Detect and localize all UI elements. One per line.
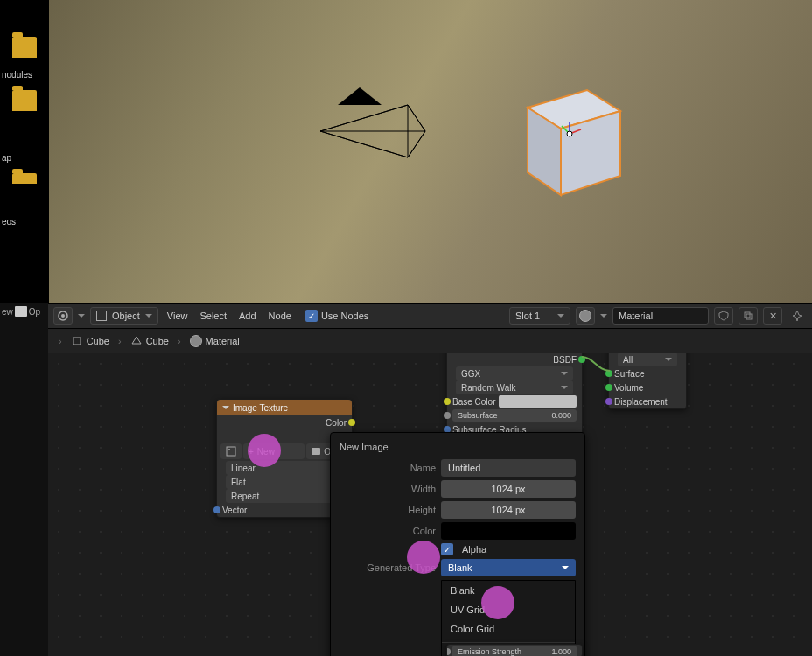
image-browse-icon[interactable] bbox=[220, 443, 242, 459]
menu-add[interactable]: Add bbox=[235, 311, 260, 321]
shield-icon[interactable] bbox=[714, 307, 733, 325]
folder-icon bbox=[15, 306, 27, 317]
distribution-select[interactable]: GGX bbox=[447, 366, 582, 380]
socket-icon[interactable] bbox=[444, 412, 451, 419]
annotation-circle bbox=[407, 541, 440, 574]
socket-icon[interactable] bbox=[578, 356, 585, 363]
select-value: GGX bbox=[461, 369, 480, 379]
pin-icon[interactable] bbox=[788, 307, 807, 325]
origin-gizmo[interactable] bbox=[556, 121, 583, 147]
color-input[interactable] bbox=[441, 522, 576, 540]
node-editor[interactable]: Image Texture Color + New Op... Linear F… bbox=[48, 353, 812, 656]
socket-icon[interactable] bbox=[348, 419, 355, 426]
generated-type-select[interactable]: Blank bbox=[441, 559, 576, 576]
socket-label: Base Color bbox=[452, 397, 495, 407]
field-label: Emission Strength bbox=[458, 647, 522, 656]
sss-method-select[interactable]: Random Walk bbox=[447, 380, 582, 394]
object-icon bbox=[71, 335, 83, 347]
socket-icon[interactable] bbox=[606, 398, 612, 405]
svg-line-2 bbox=[320, 105, 408, 131]
chevron-right-icon: › bbox=[55, 336, 66, 346]
svg-point-25 bbox=[228, 449, 230, 450]
folder-icon[interactable] bbox=[12, 90, 37, 111]
close-icon[interactable]: ✕ bbox=[763, 307, 782, 325]
width-input[interactable]: 1024 px bbox=[441, 480, 576, 498]
select-value: Linear bbox=[231, 464, 256, 473]
height-label: Height bbox=[340, 505, 436, 515]
camera-object[interactable] bbox=[320, 79, 434, 184]
socket-label: Volume bbox=[614, 383, 643, 393]
input-value: 1024 px bbox=[491, 505, 525, 515]
slot-dropdown[interactable]: Slot 1 bbox=[509, 307, 570, 325]
header-label: ew bbox=[2, 307, 13, 317]
name-input[interactable]: Untitled bbox=[441, 459, 576, 477]
menu-select[interactable]: Select bbox=[196, 311, 230, 321]
mode-label: Object bbox=[112, 311, 140, 321]
editor-type-icon[interactable] bbox=[53, 307, 73, 325]
width-label: Width bbox=[340, 484, 436, 494]
socket-icon[interactable] bbox=[446, 648, 451, 655]
use-nodes-checkbox[interactable]: ✓ bbox=[305, 310, 318, 322]
menu-view[interactable]: View bbox=[164, 311, 192, 321]
crumb-object[interactable]: Cube bbox=[71, 335, 109, 347]
material-browse-icon[interactable] bbox=[576, 307, 595, 325]
3d-viewport[interactable] bbox=[48, 0, 812, 303]
svg-rect-17 bbox=[745, 312, 750, 318]
socket-icon[interactable] bbox=[606, 384, 612, 391]
collapse-icon[interactable] bbox=[222, 406, 229, 409]
input-base-color: Base Color bbox=[447, 394, 582, 408]
svg-line-5 bbox=[408, 105, 425, 131]
output-color: Color bbox=[217, 415, 352, 429]
select-value: Repeat bbox=[231, 492, 259, 501]
socket-icon[interactable] bbox=[214, 506, 220, 513]
crumb-material[interactable]: Material bbox=[190, 335, 240, 347]
chevron-down-icon bbox=[665, 358, 672, 361]
material-name-field[interactable]: Material bbox=[612, 307, 709, 325]
folder-icon bbox=[312, 448, 320, 455]
svg-line-6 bbox=[408, 131, 425, 157]
node-principled-bsdf[interactable]: Principled BSDF BSDF GGX Random Walk Bas… bbox=[446, 353, 583, 437]
socket-label: Surface bbox=[614, 369, 644, 379]
chevron-down-icon bbox=[78, 314, 85, 318]
node-material-output[interactable]: Material Output All Surface Volume Displ… bbox=[608, 353, 687, 409]
socket-icon[interactable] bbox=[606, 370, 612, 377]
copy-icon[interactable] bbox=[738, 307, 758, 325]
svg-line-4 bbox=[320, 131, 408, 157]
socket-icon[interactable] bbox=[444, 398, 451, 405]
svg-rect-19 bbox=[74, 338, 80, 345]
folder-label: eos bbox=[2, 217, 48, 227]
socket-label: Displacement bbox=[614, 397, 668, 407]
chevron-right-icon: › bbox=[115, 336, 125, 346]
field-label: Subsurface bbox=[458, 411, 498, 420]
chevron-down-icon bbox=[561, 386, 568, 389]
interaction-mode-dropdown[interactable]: Object bbox=[90, 307, 158, 325]
svg-rect-18 bbox=[746, 314, 752, 319]
crumb-label: Cube bbox=[146, 336, 169, 346]
folder-icon[interactable] bbox=[12, 37, 37, 58]
name-label: Name bbox=[340, 463, 436, 473]
value-field[interactable]: Emission Strength 1.000 bbox=[452, 646, 577, 656]
height-input[interactable]: 1024 px bbox=[441, 501, 576, 519]
chevron-down-icon bbox=[562, 566, 569, 569]
value-field[interactable]: Subsurface 0.000 bbox=[452, 409, 577, 422]
alpha-checkbox[interactable]: ✓ bbox=[441, 543, 453, 555]
select-value: Flat bbox=[231, 478, 246, 487]
header-label: Op bbox=[29, 307, 40, 317]
node-title: Image Texture bbox=[233, 403, 288, 413]
svg-point-14 bbox=[567, 131, 572, 136]
menu-item-color-grid[interactable]: Color Grid bbox=[442, 619, 575, 639]
input-emission-strength: Emission Strength 1.000 bbox=[447, 645, 582, 656]
color-swatch[interactable] bbox=[499, 395, 577, 408]
folder-icon[interactable] bbox=[12, 173, 37, 184]
node-principled-bsdf-tail[interactable]: Emission Strength 1.000 bbox=[446, 644, 583, 656]
color-label: Color bbox=[340, 526, 436, 536]
crumb-mesh[interactable]: Cube bbox=[130, 335, 169, 347]
node-header[interactable]: Image Texture bbox=[217, 400, 352, 415]
menu-node[interactable]: Node bbox=[265, 311, 295, 321]
node-editor-header: Object View Select Add Node ✓ Use Nodes … bbox=[48, 303, 812, 329]
target-select[interactable]: All bbox=[609, 353, 686, 366]
new-image-popover: New Image Name Untitled Width 1024 px He… bbox=[330, 432, 585, 656]
output-bsdf: BSDF bbox=[447, 353, 582, 366]
select-value: Random Walk bbox=[461, 383, 515, 393]
input-value: 1024 px bbox=[491, 484, 525, 494]
